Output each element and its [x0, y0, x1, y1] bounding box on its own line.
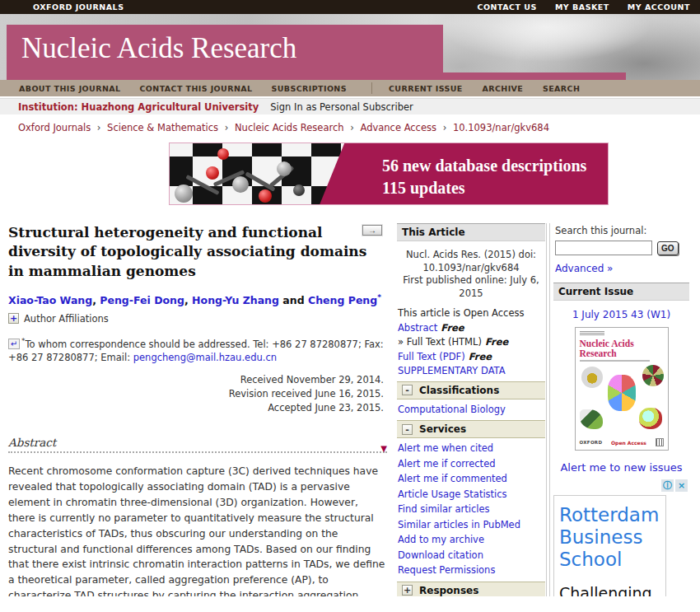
article-citation: Nucl. Acids Res. (2015) doi: 10.1093/nar…	[400, 249, 542, 300]
journal-tools-column: Search this journal: GO Advanced » Curre…	[549, 223, 689, 596]
cover-art-blob	[580, 409, 603, 429]
free-badge: Free	[469, 351, 492, 362]
service-link-request-permissions[interactable]: Request Permissions	[398, 564, 495, 576]
plus-icon[interactable]: +	[402, 585, 413, 596]
cover-title: Nucleic Acids Research	[580, 339, 664, 358]
service-link-alert-cited[interactable]: Alert me when cited	[398, 442, 493, 454]
free-badge: Free	[485, 336, 508, 348]
fulltext-html-current[interactable]: » Full Text (HTML)	[398, 336, 482, 348]
alert-new-issues-link[interactable]: Alert me to new issues	[553, 461, 689, 474]
minus-icon[interactable]: -	[402, 385, 413, 395]
ad-title[interactable]: Rotterdam Business School	[559, 504, 660, 571]
author-asterisk[interactable]: *	[377, 293, 381, 301]
advanced-search-link[interactable]: Advanced »	[555, 263, 613, 274]
service-link-add-archive[interactable]: Add to my archive	[398, 534, 484, 545]
ad-choice-icons: ⓘ ×	[553, 479, 688, 492]
service-link-alert-commented[interactable]: Alert me if commented	[398, 473, 507, 484]
fulltext-pdf-link[interactable]: Full Text (PDF)	[398, 351, 465, 362]
service-link-alert-corrected[interactable]: Alert me if corrected	[398, 458, 496, 470]
service-link-download-citation[interactable]: Download citation	[398, 549, 483, 561]
oxford-journals-brand[interactable]: OXFORD JOURNALS	[33, 2, 124, 12]
content-area: Structural heterogeneity and functional …	[0, 223, 700, 596]
crumb-oxford-journals[interactable]: Oxford Journals	[18, 122, 91, 133]
search-go-button[interactable]: GO	[657, 241, 679, 255]
journal-search-input[interactable]	[555, 241, 652, 255]
crumb-nucleic-acids-research[interactable]: Nucleic Acids Research	[235, 122, 344, 133]
header-rose-strip	[443, 72, 626, 80]
atom-art	[293, 185, 305, 196]
journal-cover-thumbnail[interactable]: Nucleic Acids Research OXFORD Open Acces…	[575, 327, 669, 451]
plus-icon[interactable]: +	[8, 313, 19, 324]
crumb-science-mathematics[interactable]: Science & Mathematics	[107, 122, 218, 133]
current-issue-header: Current Issue	[553, 283, 689, 301]
service-link-usage-statistics[interactable]: Article Usage Statistics	[398, 488, 507, 500]
classifications-label: Classifications	[419, 385, 499, 396]
promo-line-2: 115 updates	[382, 177, 586, 199]
nav-current-issue[interactable]: CURRENT ISSUE	[389, 84, 463, 93]
citation-line: First published online: July 6, 2015	[400, 274, 542, 300]
atom-art	[277, 161, 292, 176]
responses-section-header[interactable]: + Responses	[397, 582, 545, 596]
cover-art	[580, 365, 664, 429]
author-list: Xiao-Tao Wang, Peng-Fei Dong, Hong-Yu Zh…	[8, 293, 387, 306]
classification-link[interactable]: Computational Biology	[398, 404, 506, 415]
author-affiliations-toggle[interactable]: + Author Affiliations	[8, 313, 387, 325]
database-issue-promo-banner[interactable]: 56 new database descriptions 115 updates	[169, 142, 609, 205]
crumb-advance-access[interactable]: Advance Access	[360, 122, 436, 133]
nav-archive[interactable]: ARCHIVE	[482, 84, 523, 93]
cover-publisher: OXFORD	[580, 440, 603, 445]
abstract-link[interactable]: Abstract	[398, 322, 437, 334]
article-dates: Received November 29, 2014. Revision rec…	[8, 373, 387, 416]
current-issue-link[interactable]: 1 July 2015 43 (W1)	[553, 309, 689, 320]
service-link-similar-pubmed[interactable]: Similar articles in PubMed	[398, 519, 520, 530]
classifications-section-header[interactable]: - Classifications	[397, 381, 545, 399]
author-link[interactable]: Hong-Yu Zhang	[192, 295, 279, 307]
ad-info-icon[interactable]: ⓘ	[661, 479, 674, 492]
revision-date: Revision received June 16, 2015.	[8, 387, 384, 401]
institution-name: Institution: Huazhong Agricultural Unive…	[18, 101, 259, 113]
advertisement[interactable]: Rotterdam Business School Challenging ba…	[553, 495, 666, 596]
search-journal-label: Search this journal:	[555, 225, 689, 236]
cover-open-access: Open Access	[611, 440, 646, 446]
promo-line-1: 56 new database descriptions	[382, 155, 586, 177]
atom-art	[206, 166, 219, 180]
my-basket-link[interactable]: MY BASKET	[555, 2, 609, 12]
this-article-header: This Article	[397, 223, 545, 241]
cover-masthead-art	[580, 331, 604, 336]
next-article-button[interactable]: →	[362, 225, 382, 236]
nav-contact-this-journal[interactable]: CONTACT THIS JOURNAL	[139, 84, 252, 93]
nav-subscriptions[interactable]: SUBSCRIPTIONS	[271, 84, 347, 93]
sign-in-link[interactable]: Sign In as Personal Subscriber	[270, 101, 413, 113]
ad-body: Challenging bachelor & master studies	[559, 583, 660, 596]
nav-search[interactable]: SEARCH	[543, 84, 580, 93]
open-access-note: This article is Open Access	[398, 309, 545, 319]
crumb-separator: ›	[443, 122, 447, 133]
top-utility-bar: OXFORD JOURNALS CONTACT US MY BASKET MY …	[0, 0, 700, 14]
services-section-header[interactable]: - Services	[397, 420, 545, 438]
contact-us-link[interactable]: CONTACT US	[477, 2, 536, 12]
minus-icon[interactable]: -	[402, 424, 413, 435]
institution-bar: Institution: Huazhong Agricultural Unive…	[0, 98, 700, 114]
author-link[interactable]: Peng-Fei Dong	[100, 295, 184, 307]
page: OXFORD JOURNALS CONTACT US MY BASKET MY …	[0, 0, 700, 612]
service-link-find-similar[interactable]: Find similar articles	[398, 503, 490, 515]
correspondence-email-link[interactable]: pengcheng@mail.hzau.edu.cn	[133, 352, 277, 363]
my-account-link[interactable]: MY ACCOUNT	[628, 2, 690, 12]
crumb-doi[interactable]: 10.1093/nar/gkv684	[453, 122, 549, 133]
author-affiliations-label: Author Affiliations	[24, 313, 109, 325]
collapse-triangle-icon[interactable]: ▼	[380, 444, 387, 453]
received-date: Received November 29, 2014.	[8, 373, 384, 387]
crumb-separator: ›	[225, 122, 229, 133]
citation-line: Nucl. Acids Res. (2015) doi: 10.1093/nar…	[400, 249, 542, 274]
journal-title[interactable]: Nucleic Acids Research	[21, 32, 296, 65]
abstract-heading-label: Abstract	[8, 436, 56, 449]
author-link[interactable]: Xiao-Tao Wang	[8, 295, 92, 307]
return-arrow-icon[interactable]: ↵	[8, 339, 20, 349]
author-link[interactable]: Cheng Peng	[308, 295, 377, 307]
crumb-separator: ›	[350, 122, 354, 133]
supplementary-data-link[interactable]: SUPPLEMENTARY DATA	[398, 365, 506, 376]
ad-close-icon[interactable]: ×	[675, 479, 688, 492]
nav-about-this-journal[interactable]: ABOUT THIS JOURNAL	[19, 84, 120, 93]
abstract-text: Recent chromosome conformation capture (…	[8, 464, 387, 596]
atom-art	[217, 148, 229, 160]
